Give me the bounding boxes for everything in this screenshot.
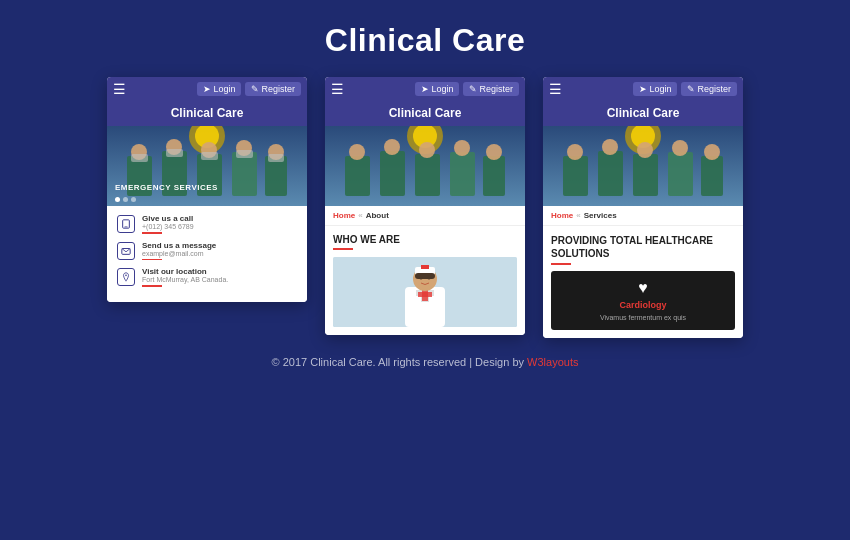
svg-point-54 <box>567 144 583 160</box>
svg-point-22 <box>125 275 127 277</box>
svg-rect-16 <box>201 152 218 160</box>
login-button-3[interactable]: ➤ Login <box>633 82 677 96</box>
dot-2[interactable] <box>123 197 128 202</box>
email-label: Send us a message <box>142 241 216 250</box>
svg-point-56 <box>602 139 618 155</box>
svg-rect-57 <box>633 154 658 196</box>
svg-rect-29 <box>380 151 405 196</box>
phone-2: ☰ ➤ Login ✎ Register Clinical Care <box>325 77 525 335</box>
svg-point-62 <box>704 144 720 160</box>
heart-icon: ♥ <box>559 279 727 297</box>
phone1-header: Clinical Care <box>107 101 307 126</box>
login-icon-3: ➤ <box>639 84 647 94</box>
svg-point-34 <box>454 140 470 156</box>
footer-text: © 2017 Clinical Care. All rights reserve… <box>272 356 524 368</box>
phone-icon <box>117 215 135 233</box>
svg-rect-27 <box>345 156 370 196</box>
svg-rect-20 <box>124 227 127 228</box>
phone3-topbar: ☰ ➤ Login ✎ Register <box>543 77 743 101</box>
svg-rect-42 <box>418 292 432 297</box>
phone2-hero <box>325 126 525 206</box>
cardiology-card: ♥ Cardiology Vivamus fermentum ex quis <box>551 271 735 330</box>
breadcrumb-sep: « <box>358 211 362 220</box>
breadcrumb-current-3: Services <box>584 211 617 220</box>
hero-surgery-image-3 <box>543 126 743 206</box>
svg-rect-17 <box>236 150 253 158</box>
hero-surgery-image-2 <box>325 126 525 206</box>
phone2-breadcrumb: Home « About <box>325 206 525 226</box>
cardiology-title: Cardiology <box>559 300 727 310</box>
svg-rect-46 <box>415 273 435 279</box>
svg-rect-35 <box>483 156 505 196</box>
svg-rect-59 <box>668 152 693 196</box>
call-number: +(012) 345 6789 <box>142 223 194 230</box>
register-button-2[interactable]: ✎ Register <box>463 82 519 96</box>
login-button-2[interactable]: ➤ Login <box>415 82 459 96</box>
svg-point-47 <box>420 277 423 280</box>
register-button-3[interactable]: ✎ Register <box>681 82 737 96</box>
call-label: Give us a call <box>142 214 194 223</box>
services-title: PROVIDING TOTAL HEALTHCARE SOLUTIONS <box>551 234 735 260</box>
phone3-header: Clinical Care <box>543 101 743 126</box>
who-we-are-section: WHO WE ARE <box>325 226 525 335</box>
svg-rect-31 <box>415 154 440 196</box>
email-icon <box>117 242 135 260</box>
svg-rect-61 <box>701 156 723 196</box>
who-we-are-underline <box>333 248 353 250</box>
location-label: Visit our location <box>142 267 228 276</box>
phone-3: ☰ ➤ Login ✎ Register Clinical Care <box>543 77 743 338</box>
hamburger-icon-2[interactable]: ☰ <box>331 81 344 97</box>
phones-container: ☰ ➤ Login ✎ Register Clinical Care <box>107 77 743 338</box>
phone-1: ☰ ➤ Login ✎ Register Clinical Care <box>107 77 307 302</box>
breadcrumb-current: About <box>366 211 389 220</box>
register-button[interactable]: ✎ Register <box>245 82 301 96</box>
cardiology-desc: Vivamus fermentum ex quis <box>559 313 727 322</box>
svg-point-30 <box>384 139 400 155</box>
breadcrumb-sep-3: « <box>576 211 580 220</box>
phone1-hero: EMERGENCY SERVICES <box>107 126 307 206</box>
hero-dots <box>115 197 136 202</box>
svg-rect-18 <box>268 154 284 162</box>
register-icon-2: ✎ <box>469 84 477 94</box>
page-title: Clinical Care <box>325 22 525 59</box>
phone2-topbar: ☰ ➤ Login ✎ Register <box>325 77 525 101</box>
breadcrumb-home-3[interactable]: Home <box>551 211 573 220</box>
svg-point-58 <box>637 142 653 158</box>
hamburger-icon-3[interactable]: ☰ <box>549 81 562 97</box>
location-underline <box>142 285 162 287</box>
svg-point-32 <box>419 142 435 158</box>
nurse-image <box>333 257 517 327</box>
phone1-topbar: ☰ ➤ Login ✎ Register <box>107 77 307 101</box>
location-address: Fort McMurray, AB Canada. <box>142 276 228 283</box>
dot-3[interactable] <box>131 197 136 202</box>
call-underline <box>142 232 162 234</box>
breadcrumb-home[interactable]: Home <box>333 211 355 220</box>
contact-location: Visit our location Fort McMurray, AB Can… <box>117 267 297 287</box>
login-icon-2: ➤ <box>421 84 429 94</box>
hero-label: EMERGENCY SERVICES <box>115 183 218 192</box>
hamburger-icon[interactable]: ☰ <box>113 81 126 97</box>
svg-rect-14 <box>131 154 148 162</box>
who-we-are-title: WHO WE ARE <box>333 234 517 245</box>
contact-section: Give us a call +(012) 345 6789 Send us a… <box>107 206 307 302</box>
services-section: PROVIDING TOTAL HEALTHCARE SOLUTIONS ♥ C… <box>543 226 743 338</box>
email-underline <box>142 259 162 261</box>
contact-email: Send us a message example@mail.com <box>117 241 297 261</box>
svg-rect-33 <box>450 152 475 196</box>
footer-link[interactable]: W3layouts <box>527 356 578 368</box>
svg-point-48 <box>428 277 431 280</box>
register-icon-3: ✎ <box>687 84 695 94</box>
phone3-breadcrumb: Home « Services <box>543 206 743 226</box>
login-button[interactable]: ➤ Login <box>197 82 241 96</box>
phone3-hero <box>543 126 743 206</box>
hero-surgery-image <box>107 126 307 206</box>
services-underline <box>551 263 571 265</box>
svg-point-60 <box>672 140 688 156</box>
footer: © 2017 Clinical Care. All rights reserve… <box>272 356 579 368</box>
phone2-header: Clinical Care <box>325 101 525 126</box>
register-icon: ✎ <box>251 84 259 94</box>
dot-1[interactable] <box>115 197 120 202</box>
location-icon <box>117 268 135 286</box>
login-icon: ➤ <box>203 84 211 94</box>
svg-point-28 <box>349 144 365 160</box>
